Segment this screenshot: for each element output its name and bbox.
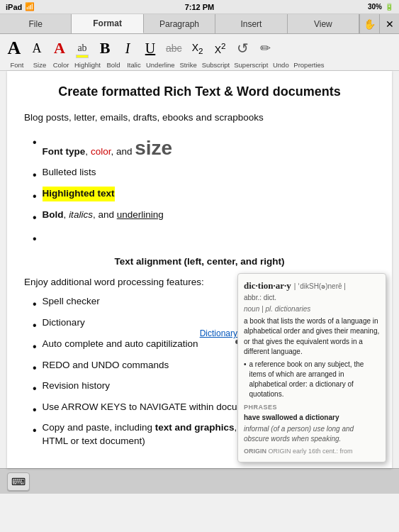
dict-phrase-bold: have swallowed a dictionary — [244, 414, 339, 421]
subscript-label: Subscript — [200, 61, 232, 69]
font-large-icon: A — [8, 39, 21, 57]
dict-definition-2: a reference book on any subject, the ite… — [244, 360, 380, 399]
wifi-icon: 📶 — [25, 2, 35, 11]
superscript-button[interactable]: X2 — [210, 37, 230, 60]
properties-label: Properties — [291, 61, 326, 69]
status-bar: iPad 📶 7:12 PM 30% 🔋 — [0, 0, 399, 14]
bullet-dot: • — [33, 380, 37, 398]
list-item-empty: • — [33, 229, 375, 248]
toolbar-labels-row: Font Size Color Highlight Bold Italic Un… — [4, 61, 395, 69]
device-label: iPad — [6, 3, 22, 11]
bullet-dot: • — [33, 231, 37, 248]
underline-button[interactable]: U — [140, 37, 160, 60]
dict-definition-1: a book that lists the words of a languag… — [244, 316, 380, 358]
bold-icon: B — [100, 39, 111, 57]
bold-button[interactable]: B — [95, 37, 115, 60]
color-label: Color — [50, 61, 72, 69]
tab-insert[interactable]: Insert — [215, 14, 287, 33]
text-alignment-demo: Text alignment (left, center, and right) — [24, 255, 375, 270]
tab-view[interactable]: View — [288, 14, 359, 33]
dictionary-item: Dictionary — [43, 316, 85, 331]
list-item: • Bulleted lists — [33, 165, 375, 184]
font-size-demo: size — [135, 137, 172, 159]
dict-phrase: have swallowed a dictionary — [244, 413, 380, 423]
dictionary-word-link[interactable]: Dictionary — [200, 327, 237, 340]
bullet-dot: • — [33, 317, 37, 335]
list-item: • Font type, color, and size — [33, 133, 375, 163]
status-time: 7:12 PM — [185, 3, 215, 11]
dict-origin-label: ORIGIN — [244, 448, 266, 455]
font-color-icon: A — [54, 40, 65, 56]
properties-icon: ✏ — [260, 40, 271, 56]
bullet-dot: • — [33, 167, 37, 184]
font-color-button[interactable]: A — [50, 37, 69, 60]
doc-title: Create formatted Rich Text & Word docume… — [24, 82, 375, 102]
superscript-icon: X2 — [215, 41, 226, 55]
doc-subtitle: Blog posts, letter, emails, drafts, eboo… — [24, 111, 375, 126]
battery-label: 30% — [368, 3, 382, 11]
dict-pronunciation: | ˈdikSH(ə)nerē | — [294, 282, 346, 292]
font-type-item: Font type, color, and size — [43, 133, 173, 163]
bullet-dot: • — [33, 338, 37, 356]
document-area[interactable]: Create formatted Rich Text & Word docume… — [7, 71, 392, 468]
highlight-swatch — [76, 55, 89, 58]
toolbar-buttons-row: A A A ab B I U abc X2 X2 ↺ — [4, 37, 395, 61]
hand-icon[interactable]: ✋ — [359, 14, 379, 33]
italic-icon: I — [125, 40, 130, 57]
bold-label: Bold — [103, 61, 124, 69]
empty-item — [43, 229, 45, 244]
highlight-ab-icon: ab — [77, 43, 86, 54]
underline-icon: U — [145, 40, 155, 57]
undo-label: Undo — [270, 61, 291, 69]
subscript-icon: X2 — [192, 42, 203, 55]
size-label: Size — [30, 61, 50, 69]
underline-label: Underline — [144, 61, 177, 69]
keyboard-icon[interactable]: ⌨ — [7, 472, 30, 491]
autocomplete-item: Auto complete and auto capitilization — [43, 337, 198, 352]
italic-label: Italic — [124, 61, 144, 69]
tab-paragraph[interactable]: Paragraph — [144, 14, 215, 33]
properties-button[interactable]: ✏ — [256, 37, 276, 60]
status-right: 30% 🔋 — [368, 3, 393, 11]
undo-button[interactable]: ↺ — [233, 37, 253, 60]
status-left: iPad 📶 — [6, 2, 35, 11]
undo-icon: ↺ — [237, 40, 249, 57]
bulleted-lists-text: Bulleted lists — [43, 165, 96, 180]
bullet-dot: • — [33, 134, 37, 152]
superscript-label: Superscript — [232, 61, 270, 69]
strikethrough-button[interactable]: abc — [163, 37, 185, 60]
font-size-large-button[interactable]: A — [4, 37, 24, 60]
bullet-list-1: • Font type, color, and size • Bulleted … — [33, 133, 375, 248]
font-color-demo: color — [91, 146, 111, 157]
strike-label: Strike — [177, 61, 200, 69]
dictionary-popup: dic·tion·ar·y | ˈdikSH(ə)nerē | abbr.: d… — [237, 273, 386, 462]
formatting-text: Bold, italics, and underlining — [43, 208, 164, 223]
bullet-dot: • — [33, 401, 37, 419]
highlight-label: Highlight — [72, 61, 103, 69]
highlighted-text: Highlighted text — [43, 187, 115, 201]
italic-button[interactable]: I — [118, 37, 137, 60]
bold-demo: Bold — [43, 209, 64, 220]
tab-format[interactable]: Format — [72, 14, 143, 33]
text-graphics-bold: text and graphics — [155, 422, 235, 433]
dict-abbr: abbr.: dict. — [244, 293, 380, 303]
tab-file[interactable]: File — [0, 14, 72, 33]
highlight-button[interactable]: ab — [72, 37, 92, 60]
list-item: • Bold, italics, and underlining — [33, 208, 375, 227]
bullet-dot: • — [33, 188, 37, 206]
bullet-dot: • — [33, 423, 37, 438]
font-size-small-button[interactable]: A — [27, 37, 47, 60]
subscript-button[interactable]: X2 — [188, 37, 208, 60]
nav-tabs: File Format Paragraph Insert View ✋ ✕ — [0, 14, 399, 34]
bullet-dot: • — [33, 296, 37, 314]
font-small-icon: A — [33, 42, 42, 55]
redo-undo-item: REDO and UNDO commands — [43, 358, 169, 373]
arrow-keys-item: Use ARROW KEYS to NAVIGATE within docume… — [43, 400, 259, 415]
italic-demo: italics — [69, 209, 93, 220]
battery-icon: 🔋 — [385, 3, 393, 11]
keyboard-bar: ⌨ — [0, 468, 399, 494]
revision-item: Revision history — [43, 379, 110, 394]
underline-demo: underlining — [117, 209, 164, 220]
bullet-dot: • — [33, 209, 37, 227]
close-icon[interactable]: ✕ — [379, 14, 399, 33]
